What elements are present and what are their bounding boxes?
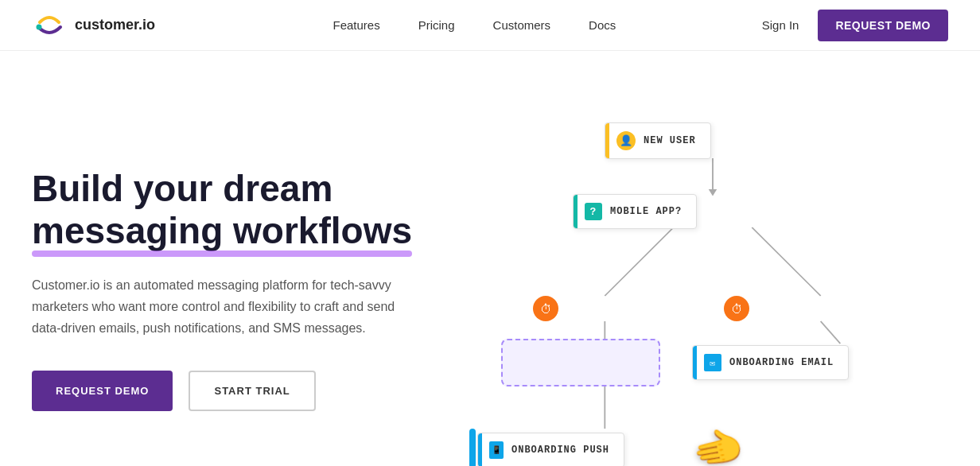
onboarding-push-label: ONBOARDING PUSH bbox=[511, 445, 609, 456]
nav-customers[interactable]: Customers bbox=[493, 18, 551, 32]
hero-content: Build your dream messaging workflows Cus… bbox=[32, 168, 445, 411]
hand-pointer-icon: 🫱 bbox=[688, 420, 748, 466]
email-icon: ✉ bbox=[704, 354, 721, 371]
question-icon: ? bbox=[585, 203, 602, 220]
person-icon: 👤 bbox=[616, 131, 636, 150]
workflow-container: 👤 NEW USER ? MOBILE APP? ⏱ ⏱ ✉ bbox=[477, 99, 948, 466]
workflow-new-user-node: 👤 NEW USER bbox=[605, 122, 711, 159]
hero-section: Build your dream messaging workflows Cus… bbox=[0, 51, 980, 466]
workflow-onboarding-push-node: 📱 ONBOARDING PUSH bbox=[477, 433, 624, 466]
svg-point-1 bbox=[37, 24, 42, 29]
timer-left-icon: ⏱ bbox=[533, 296, 558, 321]
logo-icon bbox=[32, 8, 67, 43]
hero-heading-line1: Build your dream bbox=[32, 168, 332, 209]
brand-name: customer.io bbox=[75, 17, 155, 33]
request-demo-nav-button[interactable]: REQUEST DEMO bbox=[818, 10, 948, 41]
hero-description: Customer.io is an automated messaging pl… bbox=[32, 274, 414, 340]
svg-line-3 bbox=[605, 227, 673, 296]
navbar: customer.io Features Pricing Customers D… bbox=[0, 0, 980, 51]
timer-right-icon: ⏱ bbox=[724, 296, 749, 321]
start-trial-button[interactable]: START TRIAL bbox=[189, 371, 315, 411]
sign-in-link[interactable]: Sign In bbox=[762, 18, 799, 32]
hero-heading: Build your dream messaging workflows bbox=[32, 168, 445, 252]
phone-icon: 📱 bbox=[489, 441, 504, 459]
nav-features[interactable]: Features bbox=[332, 18, 379, 32]
workflow-mobile-app-node: ? MOBILE APP? bbox=[573, 194, 697, 229]
request-demo-button[interactable]: REQUEST DEMO bbox=[32, 371, 173, 411]
mobile-app-label: MOBILE APP? bbox=[610, 206, 682, 217]
svg-line-4 bbox=[752, 227, 820, 296]
workflow-onboarding-email-node: ✉ ONBOARDING EMAIL bbox=[692, 345, 849, 380]
hero-buttons: REQUEST DEMO START TRIAL bbox=[32, 371, 445, 411]
nav-pricing[interactable]: Pricing bbox=[418, 18, 455, 32]
onboarding-email-label: ONBOARDING EMAIL bbox=[729, 357, 834, 368]
push-bar-accent bbox=[469, 429, 476, 466]
hero-heading-line2: messaging workflows bbox=[32, 210, 412, 252]
workflow-connectors bbox=[477, 99, 948, 466]
nav-right: Sign In REQUEST DEMO bbox=[762, 10, 948, 41]
nav-docs[interactable]: Docs bbox=[589, 18, 616, 32]
svg-line-6 bbox=[821, 321, 841, 344]
nav-links: Features Pricing Customers Docs bbox=[219, 18, 730, 32]
workflow-dashed-placeholder bbox=[501, 339, 660, 386]
logo[interactable]: customer.io bbox=[32, 8, 155, 43]
new-user-label: NEW USER bbox=[644, 135, 696, 146]
workflow-diagram: 👤 NEW USER ? MOBILE APP? ⏱ ⏱ ✉ bbox=[477, 99, 948, 466]
